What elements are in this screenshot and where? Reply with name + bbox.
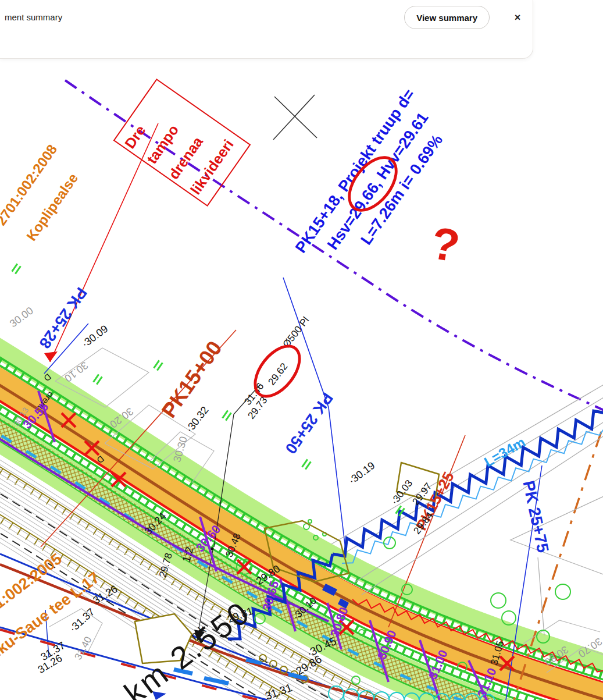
boundary-tick (154, 360, 159, 368)
station-line-pk25-28 (44, 324, 88, 374)
boundary-tick (226, 413, 231, 420)
tree-circle (491, 593, 506, 608)
plan-polygon (173, 667, 193, 676)
blue-arrow (152, 691, 166, 700)
boundary-tick (223, 410, 228, 418)
site-plan-map[interactable]: PK 25+28PK 25+50PK 25+75L=34mPK15+00PK15… (0, 0, 603, 700)
boundary-tick (157, 363, 162, 370)
tree-circle (308, 520, 312, 523)
plan-line (354, 421, 603, 583)
plan-line (331, 384, 603, 544)
boundary-tick (305, 461, 311, 469)
boundary-tick (15, 266, 20, 273)
boundary-tick (12, 264, 17, 271)
plan-drawing (0, 0, 603, 700)
boundary-tick (94, 374, 99, 382)
plan-line (538, 557, 544, 635)
stone-area (135, 614, 192, 663)
plan-line (49, 609, 102, 652)
plan-line (45, 610, 49, 658)
summary-panel: ment summary View summary × (0, 0, 533, 59)
boundary-tick (97, 376, 102, 384)
culvert-headwall (397, 463, 439, 502)
boundary-tick (302, 459, 308, 467)
tree-circle (555, 584, 570, 599)
blue-leader-line (283, 278, 345, 549)
close-icon[interactable]: × (511, 11, 524, 24)
plan-circle (211, 548, 214, 550)
ditch-zigzag (333, 411, 603, 556)
panel-title: ment summary (5, 12, 62, 22)
app-window: PK 25+28PK 25+50PK 25+75L=34mPK15+00PK15… (0, 0, 603, 700)
plan-line (511, 496, 603, 575)
view-summary-button[interactable]: View summary (404, 6, 490, 29)
